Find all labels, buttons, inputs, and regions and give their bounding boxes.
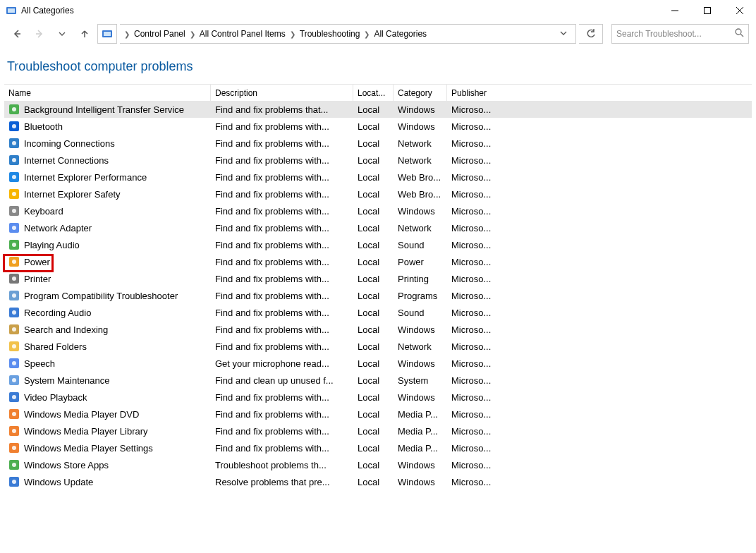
cell-category: Windows	[394, 321, 447, 338]
cell-description: Find and fix problems with...	[211, 169, 353, 186]
row-name-label: Background Intelligent Transfer Service	[24, 104, 184, 115]
table-row[interactable]: Playing AudioFind and fix problems with.…	[4, 236, 752, 253]
cell-category: Windows	[394, 389, 447, 406]
table-row[interactable]: Internet Explorer PerformanceFind and fi…	[4, 169, 752, 186]
column-header-category[interactable]: Category	[394, 85, 447, 101]
column-headers: Name Description Locat... Category Publi…	[4, 84, 752, 101]
address-icon[interactable]	[97, 24, 117, 44]
cell-location: Local	[353, 304, 394, 321]
search-input[interactable]	[616, 29, 732, 39]
cell-publisher: Microso...	[447, 186, 502, 202]
table-row[interactable]: Windows Media Player SettingsFind and fi…	[4, 439, 752, 456]
table-row[interactable]: Video PlaybackFind and fix problems with…	[4, 389, 752, 406]
svg-point-49	[12, 412, 16, 416]
maximize-button[interactable]	[691, 0, 724, 21]
refresh-button[interactable]	[579, 24, 603, 44]
cell-description: Find and fix problems with...	[211, 253, 353, 270]
cell-publisher: Microso...	[447, 101, 502, 118]
table-row[interactable]: PowerFind and fix problems with...LocalP…	[4, 253, 752, 270]
chevron-right-icon: ❯	[124, 30, 130, 38]
column-header-description[interactable]: Description	[211, 85, 353, 101]
close-button[interactable]	[724, 0, 756, 21]
cell-name: Windows Update	[4, 473, 211, 490]
table-row[interactable]: SpeechGet your microphone read...LocalWi…	[4, 355, 752, 372]
table-row[interactable]: System MaintenanceFind and clean up unus…	[4, 372, 752, 389]
table-row[interactable]: Search and IndexingFind and fix problems…	[4, 321, 752, 338]
row-name-label: Search and Indexing	[24, 324, 108, 335]
cell-publisher: Microso...	[447, 473, 502, 490]
cell-name: Windows Media Player Settings	[4, 439, 211, 456]
svg-point-45	[12, 378, 16, 382]
search-box[interactable]	[611, 24, 749, 44]
cell-publisher: Microso...	[447, 219, 502, 236]
breadcrumb-item[interactable]: Troubleshooting	[300, 29, 360, 39]
table-row[interactable]: Recording AudioFind and fix problems wit…	[4, 304, 752, 321]
cell-category: Printing	[394, 270, 447, 287]
cell-description: Find and fix problems with...	[211, 152, 353, 169]
power-icon	[8, 256, 20, 267]
row-name-label: Program Compatibility Troubleshooter	[24, 291, 178, 301]
table-row[interactable]: BluetoothFind and fix problems with...Lo…	[4, 118, 752, 135]
table-row[interactable]: Windows Media Player DVDFind and fix pro…	[4, 406, 752, 423]
row-name-label: Video Playback	[24, 392, 87, 403]
cell-category: Network	[394, 152, 447, 169]
svg-point-13	[12, 107, 16, 111]
cell-name: Background Intelligent Transfer Service	[4, 101, 211, 118]
cell-description: Find and fix problems with...	[211, 270, 353, 287]
minimize-button[interactable]	[659, 0, 691, 21]
forward-button[interactable]	[30, 24, 49, 44]
table-row[interactable]: Background Intelligent Transfer ServiceF…	[4, 101, 752, 118]
row-name-label: Bluetooth	[24, 121, 63, 132]
column-header-name[interactable]: Name	[4, 85, 211, 101]
cell-name: Shared Folders	[4, 338, 211, 355]
recent-dropdown-button[interactable]	[52, 24, 72, 44]
table-row[interactable]: Shared FoldersFind and fix problems with…	[4, 338, 752, 355]
row-name-label: Internet Connections	[24, 155, 109, 166]
cell-category: Media P...	[394, 406, 447, 423]
cell-category: Windows	[394, 355, 447, 372]
up-button[interactable]	[75, 24, 94, 44]
row-name-label: Network Adapter	[24, 223, 92, 233]
breadcrumb-item[interactable]: All Control Panel Items	[200, 29, 286, 39]
cell-name: Internet Connections	[4, 152, 211, 169]
cell-location: Local	[353, 321, 394, 338]
table-row[interactable]: Network AdapterFind and fix problems wit…	[4, 219, 752, 236]
table-row[interactable]: Windows Store AppsTroubleshoot problems …	[4, 456, 752, 473]
column-header-location[interactable]: Locat...	[353, 85, 394, 101]
table-row[interactable]: Incoming ConnectionsFind and fix problem…	[4, 135, 752, 152]
table-row[interactable]: Internet Explorer SafetyFind and fix pro…	[4, 186, 752, 202]
cell-publisher: Microso...	[447, 338, 502, 355]
printer-icon	[8, 273, 20, 284]
svg-point-39	[12, 327, 16, 332]
breadcrumb-item[interactable]: Control Panel	[134, 29, 185, 39]
column-header-publisher[interactable]: Publisher	[447, 85, 502, 101]
wmp-icon	[8, 442, 20, 454]
back-button[interactable]	[7, 24, 27, 44]
svg-point-55	[12, 463, 16, 467]
table-row[interactable]: Windows UpdateResolve problems that pre.…	[4, 473, 752, 490]
table-row[interactable]: KeyboardFind and fix problems with...Loc…	[4, 202, 752, 219]
network-icon	[8, 154, 20, 166]
table-row[interactable]: Windows Media Player LibraryFind and fix…	[4, 423, 752, 439]
cell-location: Local	[353, 423, 394, 439]
cell-publisher: Microso...	[447, 287, 502, 304]
table-row[interactable]: Internet ConnectionsFind and fix problem…	[4, 152, 752, 169]
cell-location: Local	[353, 135, 394, 152]
table-row[interactable]: PrinterFind and fix problems with...Loca…	[4, 270, 752, 287]
mic-icon	[8, 307, 20, 318]
program-icon	[8, 290, 20, 301]
table-row[interactable]: Program Compatibility TroubleshooterFind…	[4, 287, 752, 304]
cell-location: Local	[353, 439, 394, 456]
address-dropdown-button[interactable]	[556, 29, 571, 39]
cell-name: Network Adapter	[4, 219, 211, 236]
cell-description: Find and fix problems with...	[211, 439, 353, 456]
cell-publisher: Microso...	[447, 439, 502, 456]
cell-category: Media P...	[394, 439, 447, 456]
row-name-label: Internet Explorer Safety	[24, 189, 121, 200]
cell-publisher: Microso...	[447, 118, 502, 135]
address-bar[interactable]: ❯ Control Panel ❯ All Control Panel Item…	[120, 24, 576, 44]
breadcrumb-item[interactable]: All Categories	[374, 29, 427, 39]
svg-point-37	[12, 310, 16, 315]
cell-name: Playing Audio	[4, 236, 211, 253]
cell-publisher: Microso...	[447, 202, 502, 219]
